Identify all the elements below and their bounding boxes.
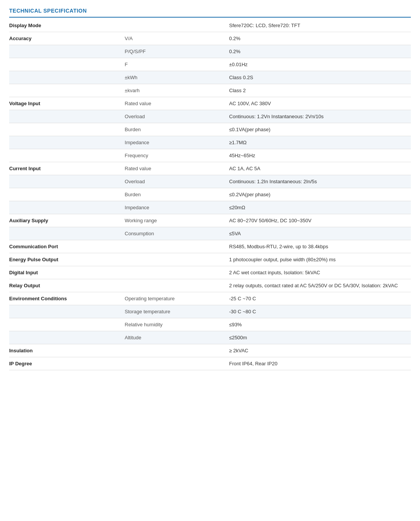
spec-value: ±0.01Hz [226, 58, 411, 71]
spec-table: Display ModeSfere720C: LCD, Sfere720: TF… [9, 19, 411, 370]
spec-label [9, 331, 122, 344]
spec-label [9, 149, 122, 162]
spec-value: Front IP64, Rear IP20 [226, 357, 411, 370]
spec-sub [122, 344, 226, 357]
spec-label: Auxiliary Supply [9, 214, 122, 227]
spec-sub: Consumption [122, 227, 226, 240]
spec-sub: Storage temperature [122, 305, 226, 318]
spec-label [9, 110, 122, 123]
spec-value: 2 AC wet contact inputs, Isolation: 5kVA… [226, 266, 411, 279]
spec-value: ≤0.1VA(per phase) [226, 123, 411, 136]
spec-sub [122, 19, 226, 32]
spec-label: Voltage Input [9, 97, 122, 110]
spec-label: Accuracy [9, 32, 122, 45]
spec-value: ≤20mΩ [226, 201, 411, 214]
spec-label: Current Input [9, 162, 122, 175]
spec-sub: ±kvarh [122, 84, 226, 97]
spec-value: -30 C ~80 C [226, 305, 411, 318]
spec-label: Energy Pulse Output [9, 253, 122, 266]
spec-sub: Altitude [122, 331, 226, 344]
spec-value: 0.2% [226, 45, 411, 58]
spec-value: Sfere720C: LCD, Sfere720: TFT [226, 19, 411, 32]
spec-value: 1 photocoupler output, pulse width (80±2… [226, 253, 411, 266]
spec-label: Communication Port [9, 240, 122, 253]
spec-sub [122, 240, 226, 253]
spec-label [9, 58, 122, 71]
spec-value: RS485, Modbus-RTU, 2-wire, up to 38.4kbp… [226, 240, 411, 253]
spec-label: Environment Conditions [9, 292, 122, 305]
spec-label [9, 175, 122, 188]
spec-sub: Impedance [122, 136, 226, 149]
spec-label: Relay Output [9, 279, 122, 292]
spec-value: AC 100V, AC 380V [226, 97, 411, 110]
spec-sub: Burden [122, 123, 226, 136]
spec-sub: Operating temperature [122, 292, 226, 305]
spec-value: ≤2500m [226, 331, 411, 344]
spec-value: AC 80~270V 50/60Hz, DC 100~350V [226, 214, 411, 227]
spec-label: Digital Input [9, 266, 122, 279]
spec-value: 2 relay outputs, contact rated at AC 5A/… [226, 279, 411, 292]
spec-sub: V/A [122, 32, 226, 45]
spec-label [9, 136, 122, 149]
spec-sub [122, 279, 226, 292]
spec-value: Class 0.2S [226, 71, 411, 84]
spec-label [9, 45, 122, 58]
spec-value: ≥1.7MΩ [226, 136, 411, 149]
spec-sub: Burden [122, 188, 226, 201]
spec-value: -25 C ~70 C [226, 292, 411, 305]
spec-sub [122, 253, 226, 266]
spec-sub: F [122, 58, 226, 71]
spec-value: 45Hz~65Hz [226, 149, 411, 162]
spec-label: Insulation [9, 344, 122, 357]
spec-sub: Relative humidity [122, 318, 226, 331]
spec-value: AC 1A, AC 5A [226, 162, 411, 175]
spec-sub: P/Q/S/PF [122, 45, 226, 58]
spec-sub: Working range [122, 214, 226, 227]
spec-label [9, 71, 122, 84]
spec-sub [122, 266, 226, 279]
spec-sub: Frequency [122, 149, 226, 162]
spec-sub: Impedance [122, 201, 226, 214]
spec-label: Display Mode [9, 19, 122, 32]
spec-value: 0.2% [226, 32, 411, 45]
spec-value: ≤0.2VA(per phase) [226, 188, 411, 201]
title-divider [9, 17, 411, 18]
spec-value: ≤93% [226, 318, 411, 331]
spec-label [9, 84, 122, 97]
spec-sub: Overload [122, 175, 226, 188]
spec-sub: ±kWh [122, 71, 226, 84]
spec-label [9, 318, 122, 331]
page-title: TECHNICAL SPECIFICATION [9, 8, 411, 14]
spec-value: Continuous: 1.2Vn Instantaneous: 2Vn/10s [226, 110, 411, 123]
spec-value: ≤5VA [226, 227, 411, 240]
spec-sub: Overload [122, 110, 226, 123]
spec-sub: Rated value [122, 162, 226, 175]
spec-label [9, 227, 122, 240]
spec-value: ≥ 2kVAC [226, 344, 411, 357]
spec-label [9, 305, 122, 318]
spec-label [9, 201, 122, 214]
spec-label [9, 123, 122, 136]
spec-value: Class 2 [226, 84, 411, 97]
spec-sub [122, 357, 226, 370]
spec-label: IP Degree [9, 357, 122, 370]
spec-label [9, 188, 122, 201]
spec-value: Continuous: 1.2In Instantaneous: 2In/5s [226, 175, 411, 188]
spec-sub: Rated value [122, 97, 226, 110]
